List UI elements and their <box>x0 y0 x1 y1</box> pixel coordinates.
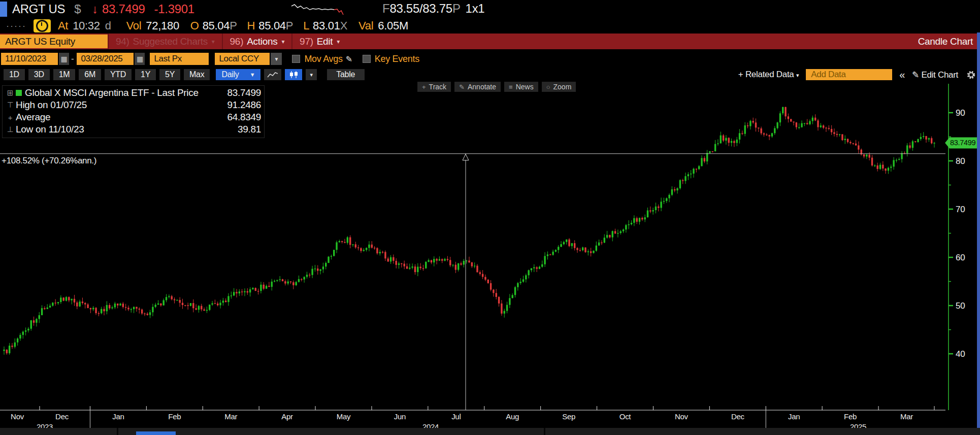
low-label: L <box>303 19 309 32</box>
svg-text:Nov: Nov <box>675 412 689 421</box>
chart-legend: ⊞ Global X MSCI Argentina ETF - Last Pri… <box>2 85 265 138</box>
quote-suffix: P <box>452 2 461 15</box>
tool-label: Track <box>429 83 446 91</box>
tree-expand-icon[interactable]: ⊞ <box>5 88 16 97</box>
quote-size: 1x1 <box>466 2 485 15</box>
range-button-1m[interactable]: 1M <box>53 69 76 80</box>
svg-text:40: 40 <box>956 349 965 359</box>
range-button-3d[interactable]: 3D <box>28 69 50 80</box>
collapse-panel-button[interactable]: « <box>899 69 905 81</box>
mov-avgs-checkbox[interactable] <box>292 55 300 63</box>
legend-row-average[interactable]: + Average 64.8349 <box>5 111 261 123</box>
panel-indicator-icon <box>0 2 7 17</box>
chevron-down-icon: ▼ <box>250 72 255 78</box>
val-label: Val <box>358 19 373 32</box>
annotate-button[interactable]: ✎Annotate <box>454 82 501 92</box>
menu-number: 97) <box>300 36 313 47</box>
chevron-down-icon: ▾ <box>337 38 340 45</box>
svg-text:Jun: Jun <box>394 412 406 421</box>
news-icon: ≡ <box>509 83 513 91</box>
range-buttons: 1D3D1M6MYTD1Y5YMax <box>0 69 210 80</box>
pencil-icon: ✎ <box>912 70 919 80</box>
chart-toolbar: 1D3D1M6MYTD1Y5YMax Daily ▼ ▾ Table + Rel… <box>0 68 980 81</box>
line-chart-icon <box>267 71 278 78</box>
range-button-1y[interactable]: 1Y <box>135 69 156 80</box>
chevron-down-icon: ▾ <box>281 38 284 45</box>
zoom-button[interactable]: ○Zoom <box>542 82 576 92</box>
svg-text:Feb: Feb <box>168 412 181 421</box>
legend-row-last-price[interactable]: ⊞ Global X MSCI Argentina ETF - Last Pri… <box>5 87 261 99</box>
news-button[interactable]: ≡News <box>504 82 538 92</box>
gear-icon <box>966 70 976 80</box>
tool-label: Zoom <box>553 83 572 91</box>
date-separator: - <box>71 54 74 64</box>
range-button-6m[interactable]: 6M <box>79 69 101 80</box>
start-date-input[interactable]: 11/10/2023 <box>1 53 58 65</box>
market-clock-icon <box>34 19 51 32</box>
svg-text:60: 60 <box>956 253 965 262</box>
price-field-select[interactable]: Last Px <box>150 53 209 65</box>
key-events-checkbox[interactable] <box>363 55 371 63</box>
svg-text:Dec: Dec <box>55 412 69 421</box>
related-data-button[interactable]: + Related Data ▾ <box>738 70 799 80</box>
low-value: 83.01 <box>313 19 340 32</box>
candle-chart-button[interactable] <box>285 69 302 80</box>
track-button[interactable]: +Track <box>417 82 451 92</box>
svg-text:Jan: Jan <box>112 412 124 421</box>
range-button-max[interactable]: Max <box>184 69 210 80</box>
range-button-5y[interactable]: 5Y <box>159 69 180 80</box>
bloomberg-terminal-window: ARGT US $ ↓ 83.7499 -1.3901 F83.55/83.75… <box>0 0 980 435</box>
svg-text:Apr: Apr <box>281 412 293 421</box>
security-field[interactable]: ARGT US Equity <box>0 35 108 48</box>
ask-price: /83.75 <box>419 2 452 15</box>
taskbar-divider <box>117 428 118 435</box>
currency-select[interactable]: Local CCY <box>215 53 270 65</box>
range-button-ytd[interactable]: YTD <box>105 69 132 80</box>
legend-row-high[interactable]: ⊤ High on 01/07/25 91.2486 <box>5 99 261 111</box>
high-label: H <box>247 19 255 32</box>
menu-actions[interactable]: 96) Actions ▾ <box>222 34 292 49</box>
mov-avgs-label: Mov Avgs <box>304 54 342 64</box>
annotate-icon: ✎ <box>459 83 465 91</box>
menu-edit[interactable]: 97) Edit ▾ <box>291 34 347 49</box>
chart-controls-row: 11/10/2023 ▦ - 03/28/2025 ▦ Last Px Loca… <box>0 51 980 67</box>
line-chart-button[interactable] <box>264 69 281 80</box>
menu-suggested-charts[interactable]: 94) Suggested Charts ▾ <box>108 34 222 49</box>
bid-price: 83.55 <box>389 2 419 15</box>
svg-text:Mar: Mar <box>900 412 913 421</box>
legend-label: Global X MSCI Argentina ETF - Last Price <box>25 87 199 98</box>
drag-handle-icon[interactable]: ····· <box>6 21 26 31</box>
svg-text:Sep: Sep <box>562 412 575 421</box>
range-button-1d[interactable]: 1D <box>4 69 25 80</box>
end-date-input[interactable]: 03/28/2025 <box>77 53 134 65</box>
calendar-icon[interactable]: ▦ <box>135 53 145 65</box>
svg-text:Aug: Aug <box>506 412 519 421</box>
add-data-input[interactable]: Add Data <box>806 69 892 80</box>
volume-value: 72,180 <box>146 19 179 32</box>
toolbar-right-group: + Related Data ▾ Add Data « ✎ Edit Chart <box>738 69 976 81</box>
legend-row-low[interactable]: ⊥ Low on 11/10/23 39.81 <box>5 123 261 136</box>
session-flag: d <box>105 19 111 32</box>
svg-text:Nov: Nov <box>11 412 24 421</box>
quote-time: 10:32 <box>73 19 100 32</box>
settings-button[interactable] <box>966 70 976 80</box>
related-data-label: + Related Data <box>738 70 794 79</box>
table-button[interactable]: Table <box>327 69 365 80</box>
period-select[interactable]: Daily ▼ <box>216 69 260 80</box>
average-marker-icon: + <box>5 113 16 122</box>
session-stats-row: ····· At 10:32 d Vol 72,180 O 85.04 P H … <box>0 18 980 34</box>
tool-label: Annotate <box>468 83 496 91</box>
low-marker-icon: ⊥ <box>5 125 16 134</box>
svg-text:Feb: Feb <box>844 412 857 421</box>
calendar-icon[interactable]: ▦ <box>59 53 69 65</box>
edit-chart-button[interactable]: ✎ Edit Chart <box>912 70 958 80</box>
quote-prefix: F <box>382 2 389 15</box>
svg-text:83.7499: 83.7499 <box>950 139 976 147</box>
pencil-icon[interactable]: ✎ <box>346 54 352 64</box>
taskbar-active-item[interactable] <box>136 431 176 435</box>
chart-style-dropdown[interactable]: ▾ <box>306 69 316 80</box>
svg-text:May: May <box>337 412 351 421</box>
high-suffix: P <box>286 19 293 32</box>
menu-label: Edit <box>317 36 333 47</box>
chevron-down-icon[interactable]: ▼ <box>271 53 282 65</box>
